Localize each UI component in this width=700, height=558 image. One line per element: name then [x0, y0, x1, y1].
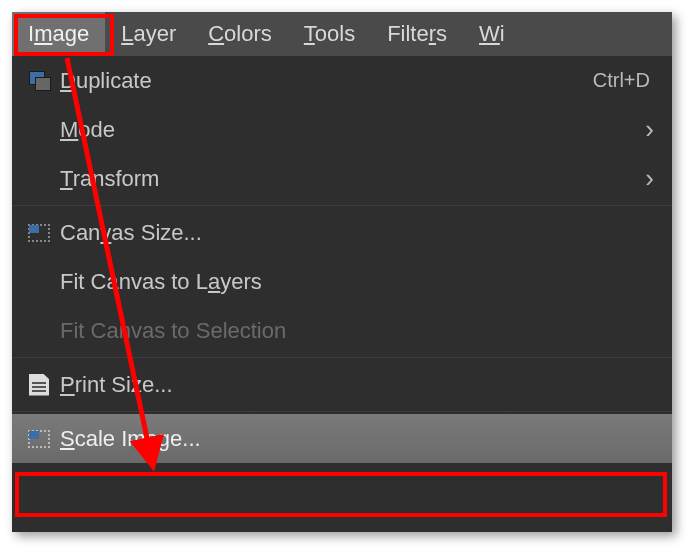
menubar-label: Layer: [121, 21, 176, 47]
menu-item-fit-canvas-layers[interactable]: Fit Canvas to Layers: [12, 257, 672, 306]
menu-label: Mode: [60, 117, 645, 143]
chevron-right-icon: ›: [645, 114, 660, 145]
blank-icon: [18, 262, 60, 302]
menu-label: Fit Canvas to Layers: [60, 269, 660, 295]
menu-item-mode[interactable]: Mode ›: [12, 105, 672, 154]
menubar-item-windows[interactable]: Wi: [463, 12, 521, 56]
menu-item-fit-canvas-selection: Fit Canvas to Selection: [12, 306, 672, 355]
duplicate-icon: [18, 61, 60, 101]
menu-label: Duplicate: [60, 68, 593, 94]
image-menu-dropdown: Duplicate Ctrl+D Mode › Transform › Canv…: [12, 56, 672, 463]
menu-label: Transform: [60, 166, 645, 192]
menu-item-canvas-size[interactable]: Canvas Size...: [12, 208, 672, 257]
menubar-label: Filters: [387, 21, 447, 47]
menubar-item-image[interactable]: Image: [12, 12, 105, 56]
menu-label: Print Size...: [60, 372, 660, 398]
menubar-label: Colors: [208, 21, 272, 47]
blank-icon: [18, 110, 60, 150]
menu-item-scale-image[interactable]: Scale Image...: [12, 414, 672, 463]
canvas-size-icon: [18, 213, 60, 253]
menu-label: Fit Canvas to Selection: [60, 318, 660, 344]
menubar-item-tools[interactable]: Tools: [288, 12, 371, 56]
print-size-icon: [18, 365, 60, 405]
menu-label: Canvas Size...: [60, 220, 660, 246]
menu-item-print-size[interactable]: Print Size...: [12, 360, 672, 409]
chevron-right-icon: ›: [645, 163, 660, 194]
menu-separator: [12, 357, 672, 358]
annotation-highlight-scale-image: [15, 472, 667, 517]
blank-icon: [18, 311, 60, 351]
menubar-label: Wi: [479, 21, 505, 47]
menubar-item-colors[interactable]: Colors: [192, 12, 288, 56]
scale-image-icon: [18, 419, 60, 459]
menu-label: Scale Image...: [60, 426, 660, 452]
menubar-item-layer[interactable]: Layer: [105, 12, 192, 56]
menu-separator: [12, 411, 672, 412]
app-window: Image Layer Colors Tools Filters Wi Dupl…: [12, 12, 672, 532]
menubar-label: Tools: [304, 21, 355, 47]
menu-item-transform[interactable]: Transform ›: [12, 154, 672, 203]
menubar-label: Image: [28, 21, 89, 47]
menubar: Image Layer Colors Tools Filters Wi: [12, 12, 672, 56]
menu-item-duplicate[interactable]: Duplicate Ctrl+D: [12, 56, 672, 105]
blank-icon: [18, 159, 60, 199]
menubar-item-filters[interactable]: Filters: [371, 12, 463, 56]
menu-separator: [12, 205, 672, 206]
menu-accelerator: Ctrl+D: [593, 69, 660, 92]
